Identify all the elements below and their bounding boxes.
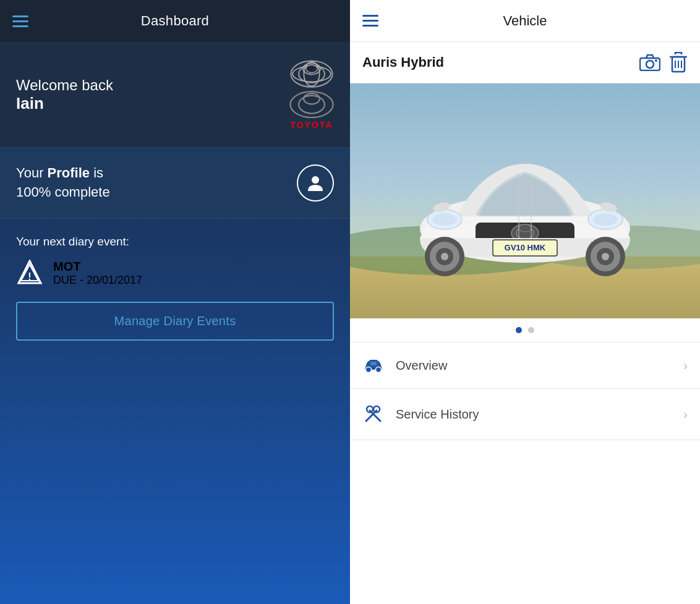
profile-button[interactable] bbox=[297, 164, 334, 202]
vehicle-actions bbox=[639, 52, 688, 73]
toyota-logo: TOYOTA bbox=[289, 59, 334, 130]
svg-text:!: ! bbox=[28, 271, 31, 282]
right-panel: Vehicle Auris Hybrid bbox=[350, 0, 700, 604]
diary-event-info: MOT DUE - 20/01/2017 bbox=[53, 260, 142, 287]
svg-point-41 bbox=[441, 253, 448, 260]
service-history-label: Service History bbox=[396, 407, 672, 422]
diary-label: Your next diary event: bbox=[16, 235, 334, 249]
vehicle-title-bar: Auris Hybrid bbox=[350, 42, 700, 83]
pagination-dot-2[interactable] bbox=[528, 327, 534, 333]
diary-event-title: MOT bbox=[53, 260, 142, 274]
left-header-title: Dashboard bbox=[141, 13, 209, 29]
welcome-name: Iain bbox=[16, 94, 113, 113]
delete-button[interactable] bbox=[669, 52, 688, 73]
left-header: Dashboard bbox=[0, 0, 350, 42]
toyota-brand-text: TOYOTA bbox=[290, 120, 333, 130]
welcome-greeting: Welcome back bbox=[16, 77, 113, 93]
svg-point-29 bbox=[519, 224, 531, 232]
svg-point-31 bbox=[432, 213, 457, 226]
left-panel: Dashboard Welcome back Iain bbox=[0, 0, 350, 604]
diary-event-due: DUE - 20/01/2017 bbox=[53, 274, 142, 287]
left-menu-button[interactable] bbox=[12, 15, 28, 27]
vehicle-name: Auris Hybrid bbox=[362, 54, 444, 70]
service-history-menu-item[interactable]: Service History › bbox=[350, 389, 700, 440]
right-header: Vehicle bbox=[350, 0, 700, 42]
trash-icon bbox=[669, 52, 688, 73]
service-history-chevron-icon: › bbox=[683, 407, 688, 422]
right-header-title: Vehicle bbox=[503, 13, 547, 29]
svg-text:GV10 HMK: GV10 HMK bbox=[505, 243, 546, 252]
diary-section: Your next diary event: ! MOT DUE - 20/01… bbox=[0, 219, 350, 353]
overview-chevron-icon: › bbox=[683, 359, 688, 373]
welcome-section: Welcome back Iain bbox=[0, 42, 350, 148]
camera-icon bbox=[639, 54, 660, 71]
toyota-brand-icon bbox=[290, 59, 333, 89]
overview-label: Overview bbox=[396, 359, 672, 373]
profile-text: Your Profile is100% complete bbox=[16, 164, 110, 202]
image-pagination bbox=[350, 318, 700, 342]
mot-warning-icon: ! bbox=[16, 260, 43, 287]
person-icon bbox=[306, 174, 325, 192]
svg-point-5 bbox=[306, 65, 317, 73]
svg-point-45 bbox=[602, 253, 609, 260]
welcome-text: Welcome back Iain bbox=[16, 77, 113, 113]
pagination-dot-1[interactable] bbox=[516, 327, 522, 333]
wrench-icon bbox=[362, 404, 385, 425]
svg-point-14 bbox=[646, 61, 654, 68]
car-icon bbox=[362, 357, 385, 373]
svg-point-51 bbox=[376, 367, 382, 373]
right-menu-button[interactable] bbox=[362, 15, 378, 27]
diary-event: ! MOT DUE - 20/01/2017 bbox=[16, 260, 334, 287]
car-photo: GV10 HMK bbox=[350, 83, 700, 318]
profile-section: Your Profile is100% complete bbox=[0, 148, 350, 219]
manage-diary-button[interactable]: Manage Diary Events bbox=[16, 302, 334, 341]
svg-point-50 bbox=[366, 367, 372, 373]
svg-point-33 bbox=[593, 213, 618, 226]
svg-point-15 bbox=[655, 59, 657, 62]
overview-menu-item[interactable]: Overview › bbox=[350, 342, 700, 389]
camera-button[interactable] bbox=[639, 54, 660, 71]
svg-point-9 bbox=[312, 176, 319, 184]
car-image: GV10 HMK bbox=[350, 83, 700, 318]
toyota-logo-icon bbox=[289, 89, 334, 119]
